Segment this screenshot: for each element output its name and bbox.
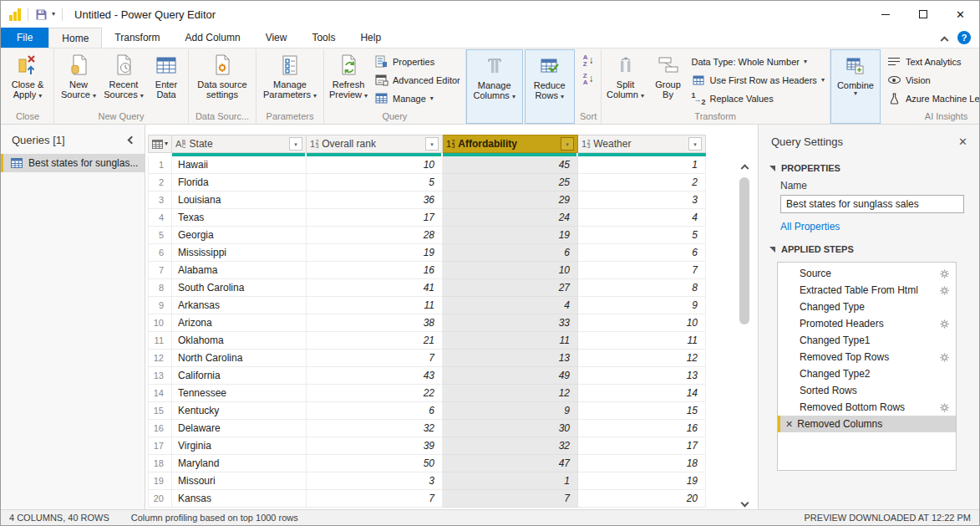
cell-affordability[interactable]: 9	[443, 402, 578, 420]
cell-overall-rank[interactable]: 10	[307, 156, 443, 174]
close-panel-icon[interactable]: ✕	[958, 135, 967, 148]
cell-state[interactable]: Kentucky	[172, 402, 307, 420]
cell-weather[interactable]: 16	[578, 420, 706, 437]
cell-weather[interactable]: 15	[578, 402, 706, 420]
cell-affordability[interactable]: 45	[443, 156, 578, 174]
cell-state[interactable]: Alabama	[172, 262, 307, 279]
cell-state[interactable]: Arkansas	[172, 297, 307, 314]
cell-weather[interactable]: 19	[578, 472, 706, 490]
save-dropdown-caret-icon[interactable]: ▾	[52, 11, 55, 18]
applied-steps-section-header[interactable]: APPLIED STEPS	[759, 236, 979, 258]
scroll-down-icon[interactable]	[740, 499, 749, 508]
azure-machine-learning-button[interactable]: Azure Machine Learning	[885, 89, 979, 107]
query-list-item[interactable]: Best states for sunglas...	[1, 154, 145, 172]
sort-descending-button[interactable]: ZA ↓	[583, 73, 594, 86]
properties-section-header[interactable]: PROPERTIES	[759, 155, 979, 177]
applied-step[interactable]: Removed Bottom Rows	[778, 399, 956, 416]
cell-weather[interactable]: 6	[578, 244, 706, 262]
gear-icon[interactable]	[940, 286, 949, 295]
gear-icon[interactable]	[940, 269, 949, 278]
cell-weather[interactable]: 12	[578, 350, 706, 367]
cell-affordability[interactable]: 49	[443, 367, 578, 385]
cell-state[interactable]: North Carolina	[172, 350, 307, 367]
cell-affordability[interactable]: 4	[443, 297, 578, 314]
cell-overall-rank[interactable]: 39	[307, 437, 443, 455]
cell-overall-rank[interactable]: 6	[307, 402, 443, 420]
cell-state[interactable]: Missouri	[172, 472, 307, 490]
tab-view[interactable]: View	[253, 28, 300, 48]
properties-button[interactable]: Properties	[372, 53, 463, 70]
sort-ascending-button[interactable]: AZ ↓	[583, 54, 594, 68]
applied-step[interactable]: Sorted Rows	[778, 382, 956, 399]
cell-affordability[interactable]: 19	[443, 227, 578, 244]
group-by-button[interactable]: Group By	[649, 50, 688, 110]
cell-overall-rank[interactable]: 50	[307, 455, 443, 472]
enter-data-button[interactable]: Enter Data	[147, 50, 185, 110]
cell-overall-rank[interactable]: 36	[307, 192, 443, 209]
cell-weather[interactable]: 9	[578, 297, 706, 314]
filter-dropdown-button[interactable]: ▾	[561, 137, 574, 151]
cell-affordability[interactable]: 47	[443, 455, 578, 472]
cell-overall-rank[interactable]: 17	[307, 209, 443, 227]
delete-step-icon[interactable]: ✕	[785, 419, 793, 430]
tab-transform[interactable]: Transform	[102, 28, 172, 48]
filter-dropdown-button[interactable]: ▾	[289, 137, 302, 151]
collapse-queries-panel-icon[interactable]	[128, 136, 136, 145]
close-and-apply-button[interactable]: Close & Apply ▾	[4, 50, 51, 110]
refresh-preview-button[interactable]: Refresh Preview ▾	[327, 50, 370, 110]
cell-affordability[interactable]: 27	[443, 279, 578, 297]
cell-state[interactable]: Virginia	[172, 437, 307, 455]
advanced-editor-button[interactable]: Advanced Editor	[372, 71, 463, 89]
combine-button[interactable]: Combine ▾	[834, 51, 877, 110]
manage-parameters-button[interactable]: Manage Parameters ▾	[259, 50, 321, 110]
query-name-input[interactable]	[780, 195, 964, 213]
cell-overall-rank[interactable]: 5	[307, 174, 443, 192]
reduce-rows-button[interactable]: Reduce Rows ▾	[528, 51, 571, 110]
cell-affordability[interactable]: 12	[443, 385, 578, 402]
cell-overall-rank[interactable]: 11	[307, 297, 443, 314]
tab-add-column[interactable]: Add Column	[173, 28, 253, 48]
vision-button[interactable]: Vision	[885, 71, 979, 89]
cell-state[interactable]: Texas	[172, 209, 307, 227]
cell-overall-rank[interactable]: 7	[307, 490, 443, 508]
applied-step[interactable]: Changed Type1	[778, 332, 956, 349]
cell-overall-rank[interactable]: 28	[307, 227, 443, 244]
tab-help[interactable]: Help	[348, 28, 394, 48]
replace-values-button[interactable]: 1→2 Replace Values	[689, 89, 827, 107]
new-source-button[interactable]: New Source ▾	[57, 50, 100, 110]
cell-affordability[interactable]: 24	[443, 209, 578, 227]
cell-affordability[interactable]: 11	[443, 332, 578, 350]
cell-weather[interactable]: 18	[578, 455, 706, 472]
cell-weather[interactable]: 5	[578, 227, 706, 244]
manage-columns-button[interactable]: Manage Columns ▾	[470, 51, 520, 110]
cell-state[interactable]: Louisiana	[172, 192, 307, 209]
help-icon[interactable]: ?	[957, 31, 971, 44]
status-profiling-info[interactable]: Column profiling based on top 1000 rows	[131, 513, 298, 523]
cell-affordability[interactable]: 32	[443, 437, 578, 455]
gear-icon[interactable]	[940, 403, 949, 412]
cell-state[interactable]: Delaware	[172, 420, 307, 437]
close-button[interactable]: ✕	[942, 1, 979, 28]
gear-icon[interactable]	[940, 353, 949, 362]
cell-weather[interactable]: 7	[578, 262, 706, 279]
cell-overall-rank[interactable]: 43	[307, 367, 443, 385]
cell-state[interactable]: Hawaii	[172, 156, 307, 174]
cell-weather[interactable]: 3	[578, 192, 706, 209]
cell-state[interactable]: Mississippi	[172, 244, 307, 262]
minimize-button[interactable]	[866, 1, 904, 28]
tab-home[interactable]: Home	[48, 28, 102, 48]
grid-corner-cell[interactable]: ▾	[148, 135, 172, 153]
cell-affordability[interactable]: 33	[443, 314, 578, 332]
save-icon[interactable]	[35, 8, 48, 21]
cell-overall-rank[interactable]: 22	[307, 385, 443, 402]
applied-step[interactable]: Extracted Table From Html	[778, 282, 956, 299]
applied-step[interactable]: Changed Type2	[778, 365, 956, 382]
gear-icon[interactable]	[940, 319, 949, 329]
data-source-settings-button[interactable]: Data source settings	[191, 50, 253, 110]
cell-state[interactable]: South Carolina	[172, 279, 307, 297]
cell-weather[interactable]: 1	[578, 156, 706, 174]
column-header-affordability[interactable]: 123 Affordability ▾	[443, 135, 578, 153]
cell-state[interactable]: Kansas	[172, 490, 307, 508]
cell-overall-rank[interactable]: 38	[307, 314, 443, 332]
tab-file[interactable]: File	[1, 28, 48, 48]
